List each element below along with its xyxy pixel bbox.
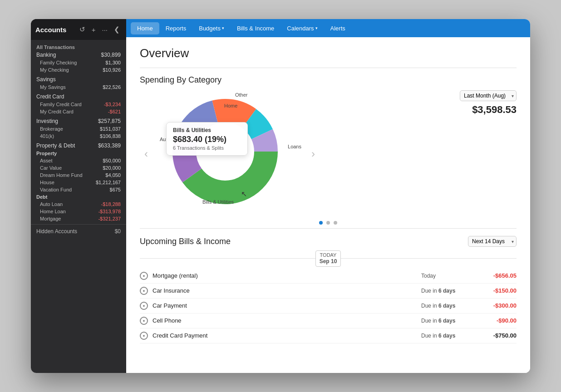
all-transactions-label: All Transactions [31,40,126,51]
home-label: Home [224,103,237,108]
next-days-select[interactable]: Next 14 Days Next 7 Days Next 30 Days [468,236,517,247]
sidebar-item-vacation-fund[interactable]: Vacation Fund $675 [31,186,126,193]
cell-phone-amount: -$90.00 [480,317,517,324]
credit-card-payment-amount: -$750.00 [480,332,517,339]
sidebar-item-401k[interactable]: 401(k) $106,838 [31,132,126,140]
house-value: $1,212,167 [96,180,121,185]
nav-calendars[interactable]: Calendars ▾ [280,22,324,34]
bill-row-car-payment[interactable]: ● Car Payment Due in 6 days -$300.00 [140,299,517,314]
brokerage-label: Brokerage [36,126,63,132]
nav-bills-income[interactable]: Bills & Income [231,22,280,34]
tooltip-transactions: 6 Transactions & Splits [173,145,241,151]
credit-card-payment-due: Due in 6 days [421,333,480,339]
sidebar-subgroup-debt: Debt [31,193,126,201]
refresh-icon[interactable]: ↺ [78,24,87,34]
timeline-line-right [341,258,517,259]
chart-dots [140,221,517,225]
nav-home[interactable]: Home [131,22,159,34]
sidebar-header: Accounts ↺ + ··· ❮ [31,19,126,40]
sidebar-subgroup-property: Property [31,150,126,157]
bill-row-credit-card-payment[interactable]: ● Credit Card Payment Due in 6 days -$75… [140,328,517,343]
nav-budgets[interactable]: Budgets ▾ [192,22,231,34]
sidebar-item-dream-home[interactable]: Dream Home Fund $4,050 [31,172,126,179]
total-spending-amount: $3,598.53 [472,104,517,116]
hidden-accounts-label: Hidden Accounts [36,228,77,235]
mortgage-due: Today [421,273,480,279]
chart-next-button[interactable]: › [307,143,320,165]
section-divider-2 [140,228,517,229]
bill-row-mortgage[interactable]: ● Mortgage (rental) Today -$656.05 [140,269,517,284]
car-insurance-amount: -$150.00 [480,287,517,294]
upcoming-bills-title: Upcoming Bills & Income [140,237,231,246]
bill-row-car-insurance[interactable]: ● Car Insurance Due in 6 days -$150.00 [140,284,517,299]
sidebar-item-car-value[interactable]: Car Value $20,000 [31,164,126,172]
sidebar-item-brokerage[interactable]: Brokerage $151,037 [31,125,126,132]
sidebar-item-auto-loan[interactable]: Auto Loan -$18,288 [31,201,126,208]
chart-prev-button[interactable]: ‹ [140,143,153,165]
mortgage-amount: -$656.05 [480,272,517,279]
nav-reports[interactable]: Reports [159,22,193,34]
sidebar-hidden-accounts[interactable]: Hidden Accounts $0 [31,227,126,235]
today-date: Sep 10 [320,258,337,265]
content-area: Overview Spending By Category Last Month… [126,37,530,373]
investing-value: $257,875 [98,118,121,124]
add-icon[interactable]: + [90,25,98,34]
sidebar-group-savings[interactable]: Savings [31,75,126,83]
banking-value: $30,899 [101,52,121,58]
my-cc-label: My Credit Card [36,109,74,114]
sidebar-item-asset[interactable]: Asset $50,000 [31,157,126,164]
sidebar-item-my-credit-card[interactable]: My Credit Card -$621 [31,108,126,115]
banking-label: Banking [36,52,56,58]
nav-alerts[interactable]: Alerts [324,22,352,34]
sidebar-item-family-checking[interactable]: Family Checking $1,300 [31,59,126,66]
sidebar-item-mortgage-debt[interactable]: Mortgage -$321,237 [31,215,126,222]
car-payment-icon: ● [140,302,148,310]
mortgage-debt-label: Mortgage [36,216,61,221]
family-cc-label: Family Credit Card [36,102,82,107]
collapse-icon[interactable]: ❮ [112,24,122,34]
cell-phone-due: Due in 6 days [421,318,480,324]
spending-section: Spending By Category Last Month (Aug) Th… [140,75,517,225]
sidebar-item-family-credit-card[interactable]: Family Credit Card -$3,234 [31,101,126,108]
sidebar: Accounts ↺ + ··· ❮ All Transactions Bank… [31,19,126,373]
brokerage-value: $151,037 [100,126,121,132]
asset-value: $50,000 [103,158,121,163]
spending-title: Spending By Category [140,75,517,85]
page-title: Overview [140,46,517,60]
loans-label: Loans [288,144,301,149]
mortgage-debt-value: -$321,237 [98,216,121,221]
bills-utilities-bottom-label: Bills & Utilities [202,199,234,205]
sidebar-group-investing[interactable]: Investing $257,875 [31,117,126,125]
budgets-arrow-icon: ▾ [222,26,224,30]
section-divider-1 [140,68,517,68]
main-panel: Home Reports Budgets ▾ Bills & Income Ca… [126,19,530,373]
my-cc-value: -$621 [108,109,121,114]
sidebar-group-property-debt[interactable]: Property & Debt $633,389 [31,142,126,150]
tooltip-amount: $683.40 (19%) [173,135,241,144]
bills-select-wrapper[interactable]: Next 14 Days Next 7 Days Next 30 Days [468,236,517,247]
dot-2[interactable] [326,221,330,225]
sidebar-item-home-loan[interactable]: Home Loan -$313,978 [31,208,126,215]
house-label: House [36,180,54,185]
sidebar-group-banking[interactable]: Banking $30,899 [31,51,126,59]
car-payment-name: Car Payment [153,302,421,309]
today-label: TODAY [320,252,337,258]
sidebar-group-credit-card[interactable]: Credit Card [31,93,126,101]
sidebar-item-house[interactable]: House $1,212,167 [31,179,126,186]
chart-tooltip: Bills & Utilities $683.40 (19%) 6 Transa… [166,122,248,156]
sidebar-item-my-savings[interactable]: My Savings $22,526 [31,83,126,91]
dot-1[interactable] [319,221,323,225]
dream-home-label: Dream Home Fund [36,172,83,178]
bill-row-cell-phone[interactable]: ● Cell Phone Due in 6 days -$90.00 [140,314,517,328]
nav-bar: Home Reports Budgets ▾ Bills & Income Ca… [126,19,530,37]
credit-card-payment-icon: ● [140,332,148,340]
property-debt-value: $633,389 [98,142,121,149]
sidebar-item-my-checking[interactable]: My Checking $10,926 [31,66,126,74]
mortgage-icon: ● [140,272,148,280]
cell-phone-name: Cell Phone [153,317,421,324]
period-select-wrapper[interactable]: Last Month (Aug) This Month Last 3 Month… [460,90,517,101]
more-icon[interactable]: ··· [100,25,109,34]
my-savings-value: $22,526 [103,84,121,90]
dot-3[interactable] [334,221,337,225]
period-select[interactable]: Last Month (Aug) This Month Last 3 Month… [460,90,517,101]
